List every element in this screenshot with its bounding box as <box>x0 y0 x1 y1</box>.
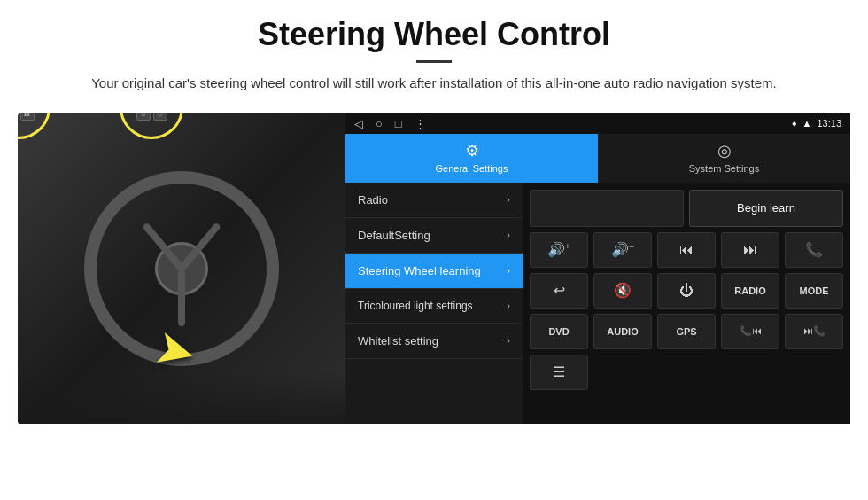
volume-down-icon: 🔊– <box>611 241 633 258</box>
tab-general-label: General Settings <box>436 163 508 174</box>
gear-icon: ⚙ <box>465 141 479 160</box>
gps-button[interactable]: GPS <box>657 314 716 349</box>
control-row-1: 🔊+ 🔊– ⏮ ⏭ 📞 <box>530 232 843 268</box>
phone-prev-button[interactable]: 📞⏮ <box>721 314 779 349</box>
controls-panel: Begin learn 🔊+ 🔊– ⏮ ⏭ <box>523 183 850 424</box>
audio-label: AUDIO <box>607 326 638 337</box>
dvd-button[interactable]: DVD <box>530 314 588 349</box>
power-button[interactable]: ⏻ <box>657 273 716 309</box>
time-display: 13:13 <box>817 118 841 129</box>
menu-item-whitelist[interactable]: Whitelist setting › <box>345 324 523 359</box>
prev-track-icon: ⏮ <box>679 242 694 258</box>
back-icon: ↩ <box>554 282 565 299</box>
menu-steering-label: Steering Wheel learning <box>358 264 481 277</box>
tab-system-label: System Settings <box>689 163 759 174</box>
begin-learn-row: Begin learn <box>530 190 843 227</box>
tab-bar: ⚙ General Settings ◎ System Settings <box>345 134 850 183</box>
power-icon: ⏻ <box>679 283 694 299</box>
nav-home[interactable]: ○ <box>376 117 383 130</box>
title-divider <box>416 60 452 63</box>
chevron-icon: › <box>507 229 510 241</box>
status-nav: ◁ ○ □ ⋮ <box>354 117 426 130</box>
tab-general-settings[interactable]: ⚙ General Settings <box>345 134 598 183</box>
volume-down-button[interactable]: 🔊– <box>593 232 652 268</box>
next-phone-icon: ⏭📞 <box>803 325 825 337</box>
chevron-icon: › <box>507 264 510 277</box>
page-header: Steering Wheel Control Your original car… <box>0 0 868 103</box>
back-button[interactable]: ↩ <box>530 273 588 309</box>
page-subtitle: Your original car's steering wheel contr… <box>89 74 779 94</box>
next-track-button[interactable]: ⏭ <box>721 232 779 268</box>
phone-prev-icon: 📞⏮ <box>740 325 762 337</box>
mute-icon: 🔇 <box>614 282 632 299</box>
menu-tricolour-label: Tricoloured light settings <box>358 300 473 312</box>
menu-whitelist-label: Whitelist setting <box>358 334 438 348</box>
prev-track-button[interactable]: ⏮ <box>657 232 716 268</box>
gps-icon: ♦ <box>792 118 797 129</box>
page-title: Steering Wheel Control <box>35 16 833 53</box>
mode-label: MODE <box>800 285 829 296</box>
system-icon: ◎ <box>717 141 732 160</box>
chevron-icon: › <box>507 334 510 347</box>
phone-button[interactable]: 📞 <box>785 232 843 268</box>
nav-back[interactable]: ◁ <box>354 117 363 130</box>
status-right: ♦ ▲ 13:13 <box>792 118 841 129</box>
status-bar: ◁ ○ □ ⋮ ♦ ▲ 13:13 <box>345 113 850 134</box>
control-row-3: DVD AUDIO GPS 📞⏮ ⏭📞 <box>530 314 843 349</box>
begin-learn-button[interactable]: Begin learn <box>689 190 843 227</box>
car-image-area: + ≡ – ☎ ▶ ◇ ⊙ ◇ <box>18 113 345 424</box>
audio-button[interactable]: AUDIO <box>593 314 652 349</box>
tab-system-settings[interactable]: ◎ System Settings <box>598 134 850 183</box>
menu-item-default[interactable]: DefaultSetting › <box>345 218 523 254</box>
next-phone-button[interactable]: ⏭📞 <box>785 314 843 349</box>
list-icon: ☰ <box>553 363 565 380</box>
volume-up-icon: 🔊+ <box>547 241 570 258</box>
menu-radio-label: Radio <box>358 193 388 207</box>
chevron-icon: › <box>507 193 510 206</box>
menu-default-label: DefaultSetting <box>358 229 430 242</box>
android-ui: ◁ ○ □ ⋮ ♦ ▲ 13:13 ⚙ General Settings ◎ S… <box>345 113 850 424</box>
radio-label: RADIO <box>734 285 765 296</box>
empty-display-box <box>530 190 684 227</box>
radio-button[interactable]: RADIO <box>721 273 779 309</box>
phone-icon: 📞 <box>805 241 823 258</box>
begin-learn-label: Begin learn <box>737 201 795 215</box>
list-icon-button[interactable]: ☰ <box>530 355 588 390</box>
menu-list: Radio › DefaultSetting › Steering Wheel … <box>345 183 523 424</box>
mute-button[interactable]: 🔇 <box>593 273 652 309</box>
control-row-4: ☰ <box>530 355 843 390</box>
control-row-2: ↩ 🔇 ⏻ RADIO MODE <box>530 273 843 309</box>
mode-button[interactable]: MODE <box>785 273 843 309</box>
content-area: + ≡ – ☎ ▶ ◇ ⊙ ◇ <box>18 113 850 424</box>
volume-up-button[interactable]: 🔊+ <box>530 232 588 268</box>
nav-square[interactable]: □ <box>395 117 402 130</box>
next-track-icon: ⏭ <box>743 242 757 258</box>
nav-dots[interactable]: ⋮ <box>415 117 426 130</box>
main-panel: Radio › DefaultSetting › Steering Wheel … <box>345 183 850 424</box>
chevron-icon: › <box>507 300 510 312</box>
menu-item-radio[interactable]: Radio › <box>345 183 523 218</box>
dvd-label: DVD <box>548 326 569 337</box>
wifi-icon: ▲ <box>802 118 812 129</box>
menu-item-steering[interactable]: Steering Wheel learning › <box>345 254 523 289</box>
gps-label: GPS <box>676 326 696 337</box>
menu-item-tricolour[interactable]: Tricoloured light settings › <box>345 289 523 324</box>
steering-bg: + ≡ – ☎ ▶ ◇ ⊙ ◇ <box>18 113 345 424</box>
